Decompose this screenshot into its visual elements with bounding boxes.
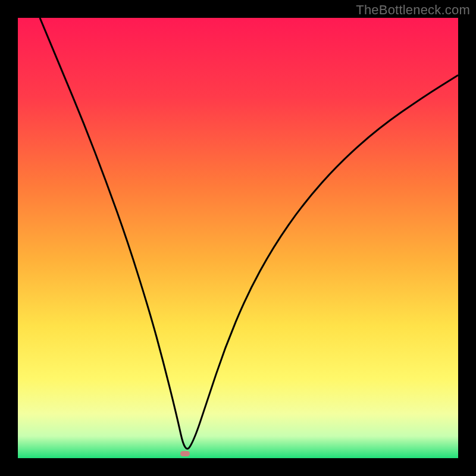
curve-path [40,18,458,449]
chart-frame: TheBottleneck.com [0,0,476,476]
bottleneck-curve [18,18,458,458]
watermark-text: TheBottleneck.com [356,2,470,18]
optimal-marker [180,451,190,456]
plot-area [18,18,458,458]
